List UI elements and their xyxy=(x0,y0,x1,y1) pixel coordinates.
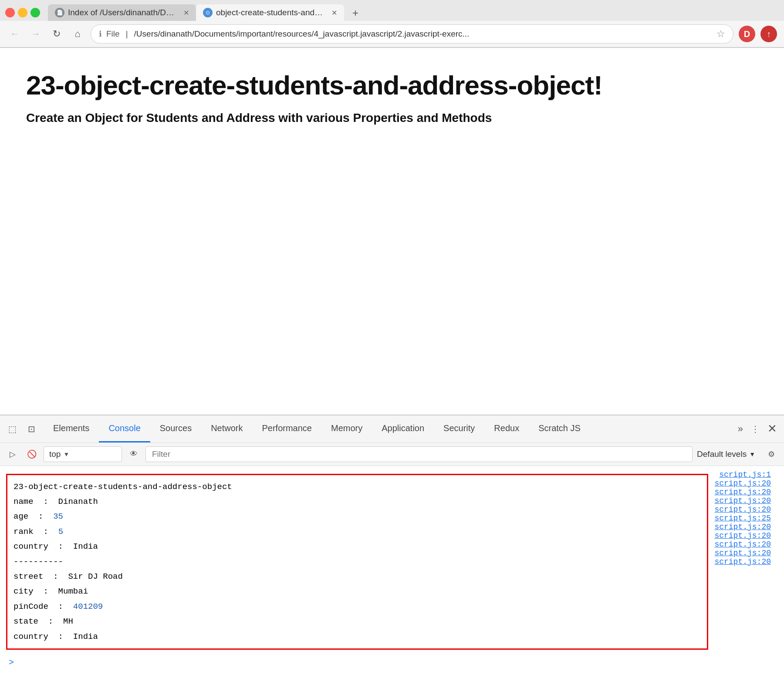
console-line-text: city : Mumbai xyxy=(14,585,701,598)
forward-button[interactable]: → xyxy=(28,26,44,42)
console-lines-area: 23-object-create-students-and-address-ob… xyxy=(0,470,714,671)
device-toggle-icon[interactable]: ⊡ xyxy=(23,420,40,438)
inspect-element-icon[interactable]: ⬚ xyxy=(3,420,21,438)
script-link-8[interactable]: script.js:20 xyxy=(714,531,775,540)
console-line: pinCode : 401209 xyxy=(14,599,701,614)
console-line-text: street : Sir DJ Road xyxy=(14,570,701,583)
console-number: 35 xyxy=(53,512,63,521)
console-toolbar: ▷ 🚫 top ▼ 👁 Default levels ▼ ⚙ xyxy=(0,443,784,466)
console-number: 5 xyxy=(58,527,63,537)
script-link-1[interactable]: script.js:1 xyxy=(719,470,775,479)
console-prompt-line[interactable]: > xyxy=(0,653,714,671)
devtools-panel: ⬚ ⊡ Elements Console Sources Network Per… xyxy=(0,415,784,675)
script-link-7[interactable]: script.js:20 xyxy=(714,523,775,531)
info-icon: ℹ xyxy=(99,29,102,39)
bookmark-icon[interactable]: ☆ xyxy=(716,28,725,40)
console-number: 401209 xyxy=(73,602,103,611)
tab-redux[interactable]: Redux xyxy=(484,415,529,442)
console-content-area: 23-object-create-students-and-address-ob… xyxy=(0,470,784,671)
script-link-4[interactable]: script.js:20 xyxy=(714,496,775,505)
console-context-selector[interactable]: top ▼ xyxy=(44,446,122,462)
browser-tab-2[interactable]: ⊙ object-create-students-and-add... ✕ xyxy=(196,4,344,21)
console-clear-button[interactable]: 🚫 xyxy=(24,447,39,462)
tab-scratch-js[interactable]: Scratch JS xyxy=(529,415,590,442)
more-tabs-button[interactable]: » xyxy=(734,423,747,435)
console-output-block: 23-object-create-students-and-address-ob… xyxy=(6,474,708,650)
tab-favicon-2: ⊙ xyxy=(203,8,213,17)
devtools-menu-button[interactable]: ⋮ xyxy=(747,420,764,438)
console-line: state : MH xyxy=(14,614,701,629)
script-link-11[interactable]: script.js:20 xyxy=(714,557,775,566)
console-levels-dropdown[interactable]: Default levels ▼ xyxy=(697,449,755,459)
console-line-text: age : 35 xyxy=(14,510,701,523)
tab-network[interactable]: Network xyxy=(201,415,252,442)
page-content: 23-object-create-students-and-address-ob… xyxy=(0,48,784,147)
tab-security[interactable]: Security xyxy=(434,415,484,442)
levels-label: Default levels xyxy=(697,449,747,459)
tabs-bar: 📄 Index of /Users/dinanath/Docum... ✕ ⊙ … xyxy=(48,4,779,21)
console-prompt-symbol: > xyxy=(7,654,14,670)
console-line: name : Dinanath xyxy=(14,494,701,509)
page-subtitle: Create an Object for Students and Addres… xyxy=(26,111,758,125)
back-button[interactable]: ← xyxy=(7,26,23,42)
script-link-6[interactable]: script.js:25 xyxy=(714,514,775,523)
tab-sources[interactable]: Sources xyxy=(150,415,201,442)
console-line: 23-object-create-students-and-address-ob… xyxy=(14,479,701,494)
console-line: country : India xyxy=(14,629,701,644)
minimize-button[interactable] xyxy=(18,8,27,17)
tab-console[interactable]: Console xyxy=(99,415,150,442)
console-line: city : Mumbai xyxy=(14,584,701,599)
address-text: /Users/dinanath/Documents/important/reso… xyxy=(134,29,712,39)
script-link-3[interactable]: script.js:20 xyxy=(714,488,775,496)
tab-favicon-1: 📄 xyxy=(55,8,64,17)
devtools-icons: ⬚ ⊡ xyxy=(3,420,40,438)
console-line: street : Sir DJ Road xyxy=(14,569,701,584)
new-tab-button[interactable]: + xyxy=(348,5,363,21)
console-line-text: name : Dinanath xyxy=(14,495,701,508)
tab-close-1[interactable]: ✕ xyxy=(183,9,189,17)
console-line-text: pinCode : 401209 xyxy=(14,600,701,613)
extension-icon[interactable]: ↑ xyxy=(760,26,777,42)
tab-performance[interactable]: Performance xyxy=(253,415,322,442)
console-line: rank : 5 xyxy=(14,524,701,539)
script-link-5[interactable]: script.js:20 xyxy=(714,505,775,514)
console-run-button[interactable]: ▷ xyxy=(5,447,20,462)
levels-chevron-icon: ▼ xyxy=(749,451,755,458)
console-line-text: ---------- xyxy=(14,555,701,568)
console-line: ---------- xyxy=(14,554,701,569)
console-line-text: country : India xyxy=(14,540,701,553)
tab-memory[interactable]: Memory xyxy=(321,415,372,442)
tab-elements[interactable]: Elements xyxy=(44,415,99,442)
close-button[interactable] xyxy=(5,8,15,17)
console-eye-button[interactable]: 👁 xyxy=(126,447,141,462)
context-label: top xyxy=(49,449,61,459)
nav-bar: ← → ↻ ⌂ ℹ File | /Users/dinanath/Documen… xyxy=(0,21,784,47)
chevron-down-icon: ▼ xyxy=(63,451,69,458)
tab-title-1: Index of /Users/dinanath/Docum... xyxy=(68,8,177,17)
devtools-close-button[interactable]: ✕ xyxy=(764,422,781,435)
console-line: age : 35 xyxy=(14,509,701,524)
tab-application[interactable]: Application xyxy=(372,415,434,442)
console-line-text: state : MH xyxy=(14,615,701,628)
console-filter-input[interactable] xyxy=(145,446,693,462)
console-settings-button[interactable]: ⚙ xyxy=(764,447,779,462)
home-button[interactable]: ⌂ xyxy=(70,26,85,42)
script-link-2[interactable]: script.js:20 xyxy=(714,479,775,488)
script-link-9[interactable]: script.js:20 xyxy=(714,540,775,549)
console-right-links: script.js:1 script.js:20 script.js:20 sc… xyxy=(714,470,784,671)
tab-close-2[interactable]: ✕ xyxy=(331,9,337,17)
page-title: 23-object-create-students-and-address-ob… xyxy=(26,70,758,101)
separator: | xyxy=(126,29,128,39)
console-output: 23-object-create-students-and-address-ob… xyxy=(0,466,784,675)
console-line-text: 23-object-create-students-and-address-ob… xyxy=(14,480,701,493)
console-line-text: country : India xyxy=(14,630,701,643)
address-bar[interactable]: ℹ File | /Users/dinanath/Documents/impor… xyxy=(91,24,733,44)
file-label: File xyxy=(106,29,120,39)
browser-tab-1[interactable]: 📄 Index of /Users/dinanath/Docum... ✕ xyxy=(48,4,196,21)
user-avatar[interactable]: D xyxy=(739,26,755,42)
maximize-button[interactable] xyxy=(30,8,40,17)
browser-chrome: 📄 Index of /Users/dinanath/Docum... ✕ ⊙ … xyxy=(0,0,784,48)
script-link-10[interactable]: script.js:20 xyxy=(714,549,775,557)
reload-button[interactable]: ↻ xyxy=(49,26,64,42)
traffic-lights xyxy=(5,8,40,17)
